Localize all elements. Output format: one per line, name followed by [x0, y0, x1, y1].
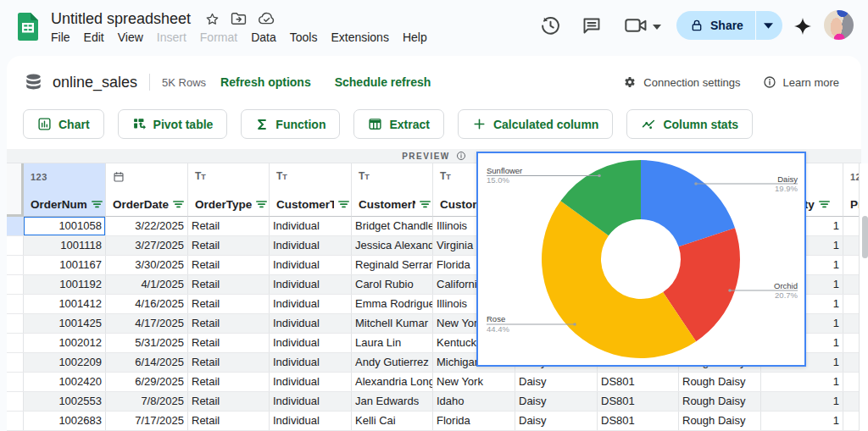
- cell[interactable]: 3/30/2025: [106, 256, 188, 274]
- cell[interactable]: Carol Rubio: [352, 275, 433, 294]
- cell[interactable]: Retail: [188, 295, 270, 313]
- cell[interactable]: Mitchell Kumar: [352, 314, 433, 333]
- cell[interactable]: Individual: [270, 334, 352, 352]
- row-gutter[interactable]: [7, 256, 24, 274]
- cell[interactable]: Reginald Serrano: [352, 256, 433, 274]
- meet-caret-icon[interactable]: [653, 18, 661, 33]
- cell[interactable]: 1001167: [24, 256, 106, 274]
- cell[interactable]: Jan Edwards: [352, 392, 433, 411]
- cell[interactable]: Individual: [270, 217, 352, 235]
- cell[interactable]: DS801: [598, 412, 679, 430]
- account-avatar[interactable]: [824, 10, 854, 40]
- cell[interactable]: Individual: [270, 256, 352, 274]
- learn-more-button[interactable]: Learn more: [763, 75, 839, 89]
- row-gutter[interactable]: [7, 392, 24, 411]
- cell[interactable]: 1002683: [24, 412, 106, 430]
- cell[interactable]: Retail: [188, 412, 270, 430]
- menu-extensions[interactable]: Extensions: [324, 29, 395, 46]
- cell[interactable]: Rough Daisy: [679, 412, 761, 430]
- column-header-ordernum[interactable]: 123OrderNum: [24, 163, 106, 217]
- cell[interactable]: 1001412: [24, 295, 106, 313]
- row-gutter[interactable]: [7, 275, 24, 294]
- cell[interactable]: Retail: [188, 334, 270, 352]
- row-gutter[interactable]: [7, 217, 24, 235]
- cell[interactable]: Retail: [188, 353, 270, 372]
- cell[interactable]: 7/17/2025: [106, 412, 188, 430]
- move-folder-icon[interactable]: [231, 12, 247, 25]
- cell[interactable]: 1001425: [24, 314, 106, 333]
- sheets-logo-icon[interactable]: [18, 13, 38, 41]
- cell[interactable]: Daisy: [515, 412, 598, 430]
- menu-help[interactable]: Help: [396, 29, 434, 46]
- column-filter-icon[interactable]: [420, 201, 431, 208]
- grid-corner[interactable]: [7, 163, 24, 217]
- cell[interactable]: Retail: [188, 256, 270, 274]
- cell[interactable]: Andy Gutierrez: [352, 353, 433, 372]
- cell[interactable]: DS801: [598, 373, 679, 391]
- menu-edit[interactable]: Edit: [77, 29, 111, 46]
- column-header-customertype[interactable]: TTCustomerType: [270, 163, 352, 217]
- function-button[interactable]: Function: [241, 109, 340, 139]
- extract-button[interactable]: Extract: [353, 109, 443, 139]
- cell[interactable]: Rough Daisy: [679, 392, 761, 411]
- cell[interactable]: 1001118: [24, 236, 106, 255]
- star-icon[interactable]: [205, 12, 220, 26]
- cell[interactable]: 4/17/2025: [106, 314, 188, 333]
- column-filter-icon[interactable]: [92, 201, 103, 208]
- cell[interactable]: Laura Lin: [352, 334, 433, 352]
- menu-tools[interactable]: Tools: [283, 29, 325, 46]
- column-header-customername[interactable]: TTCustomerName: [352, 163, 433, 217]
- cell[interactable]: 3/27/2025: [106, 236, 188, 255]
- menu-file[interactable]: File: [44, 29, 77, 46]
- cell[interactable]: Individual: [270, 295, 352, 313]
- connection-settings-button[interactable]: Connection settings: [623, 75, 740, 89]
- cell[interactable]: New York: [433, 373, 515, 391]
- cell[interactable]: Individual: [270, 353, 352, 372]
- cell[interactable]: 5/31/2025: [106, 334, 188, 352]
- vertical-scrollbar[interactable]: [859, 163, 868, 431]
- cell[interactable]: Individual: [270, 392, 352, 411]
- donut-chart-panel[interactable]: Daisy19.9%Orchid20.7%Rose44.4%Sunflower1…: [476, 152, 806, 367]
- cell[interactable]: Daisy: [515, 392, 598, 411]
- gemini-spark-icon[interactable]: [792, 15, 814, 37]
- document-title[interactable]: Untitled spreadsheet: [51, 10, 191, 28]
- cell[interactable]: Individual: [270, 373, 352, 391]
- cell[interactable]: Bridget Chandler: [352, 217, 433, 235]
- cell[interactable]: 7/8/2025: [106, 392, 188, 411]
- cell[interactable]: Individual: [270, 236, 352, 255]
- schedule-refresh-link[interactable]: Schedule refresh: [335, 75, 431, 89]
- chart-button[interactable]: Chart: [23, 109, 104, 139]
- row-gutter[interactable]: [7, 353, 24, 372]
- column-filter-icon[interactable]: [338, 201, 349, 208]
- row-gutter[interactable]: [7, 334, 24, 352]
- cell[interactable]: Retail: [188, 314, 270, 333]
- cell[interactable]: Rough Daisy: [679, 373, 761, 391]
- cell[interactable]: Kelli Cai: [352, 412, 433, 430]
- share-dropdown-button[interactable]: [756, 11, 782, 40]
- cloud-status-icon[interactable]: [258, 12, 275, 25]
- column-filter-icon[interactable]: [819, 201, 830, 208]
- cell[interactable]: Retail: [188, 392, 270, 411]
- cell[interactable]: Individual: [270, 412, 352, 430]
- menu-insert[interactable]: Insert: [150, 29, 193, 46]
- cell[interactable]: Emma Rodriguez: [352, 295, 433, 313]
- cell[interactable]: Daisy: [515, 373, 598, 391]
- cell[interactable]: 1001192: [24, 275, 106, 294]
- cell[interactable]: 6/14/2025: [106, 353, 188, 372]
- cell[interactable]: 6/29/2025: [106, 373, 188, 391]
- row-gutter[interactable]: [7, 295, 24, 313]
- share-button[interactable]: Share: [676, 11, 755, 40]
- menu-data[interactable]: Data: [244, 29, 283, 46]
- scrollbar-thumb[interactable]: [862, 216, 868, 258]
- column-header-orderdate[interactable]: OrderDate: [106, 163, 188, 217]
- menu-format[interactable]: Format: [193, 29, 244, 46]
- stats-button[interactable]: Column stats: [626, 109, 753, 139]
- meet-video-icon[interactable]: [624, 14, 661, 36]
- cell[interactable]: Retail: [188, 217, 270, 235]
- menu-view[interactable]: View: [111, 29, 150, 46]
- row-gutter[interactable]: [7, 314, 24, 333]
- cell[interactable]: 1002012: [24, 334, 106, 352]
- row-gutter[interactable]: [7, 236, 24, 255]
- cell[interactable]: 1002553: [24, 392, 106, 411]
- refresh-options-link[interactable]: Refresh options: [220, 75, 311, 89]
